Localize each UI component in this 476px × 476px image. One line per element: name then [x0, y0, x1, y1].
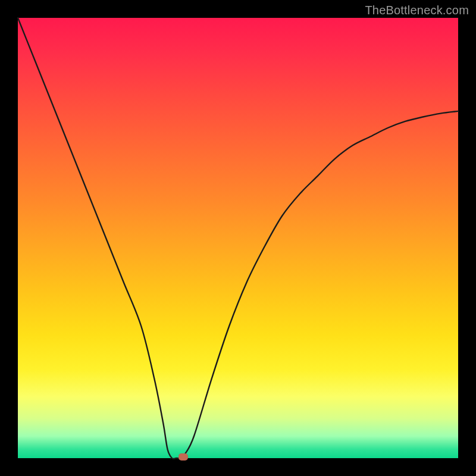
bottleneck-curve — [18, 18, 458, 458]
curve-path — [18, 18, 458, 459]
watermark-text: TheBottleneck.com — [365, 4, 469, 17]
plot-area — [18, 18, 458, 458]
chart-frame: TheBottleneck.com — [0, 0, 476, 476]
optimum-marker — [178, 453, 188, 461]
